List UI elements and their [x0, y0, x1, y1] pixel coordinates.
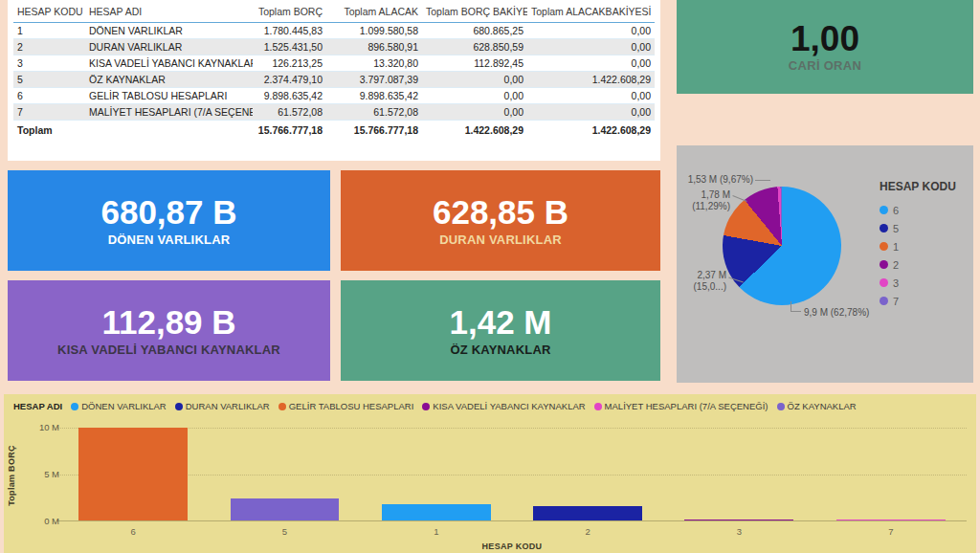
table-row[interactable]: 5ÖZ KAYNAKLAR2.374.479,103.797.087,390,0… [13, 72, 655, 88]
kpi-card-kisa-vadeli[interactable]: 112,89 B KISA VADELİ YABANCI KAYNAKLAR [8, 280, 330, 381]
column-header[interactable]: HESAP ADI [85, 2, 253, 23]
bar-slot [512, 428, 663, 520]
legend-label: DÖNEN VARLIKLAR [81, 401, 167, 411]
legend-label: 2 [893, 259, 899, 271]
legend-label: 6 [893, 205, 899, 216]
table-cell: 1.780.445,83 [253, 23, 326, 39]
bar-legend-item[interactable]: DURAN VARLIKLAR [175, 401, 270, 411]
legend-color-dot [880, 242, 888, 251]
pie-legend-item[interactable]: 3 [880, 274, 956, 292]
table-cell: 1 [13, 23, 85, 39]
kpi-label: KISA VADELİ YABANCI KAYNAKLAR [57, 343, 280, 357]
kpi-value: 112,89 B [101, 305, 235, 339]
legend-color-dot [880, 206, 888, 214]
pie-legend-title: HESAP KODU [880, 180, 956, 193]
total-value: 15.766.777,18 [326, 121, 422, 139]
table-cell: 61.572,08 [253, 104, 326, 121]
pie-legend-item[interactable]: 5 [880, 219, 956, 237]
table-header-row: HESAP KODUHESAP ADIToplam BORÇToplam ALA… [13, 2, 655, 23]
x-tick-label: 6 [57, 526, 209, 537]
cari-oran-label: CARİ ORAN [789, 58, 861, 73]
table-row[interactable]: 1DÖNEN VARLIKLAR1.780.445,831.099.580,58… [13, 23, 655, 39]
pie-chart[interactable] [723, 187, 841, 305]
table-cell: 112.892,45 [422, 55, 527, 72]
table-cell: GELİR TABLOSU HESAPLARI [85, 88, 253, 104]
legend-color-dot [422, 403, 430, 410]
pie-legend-item[interactable]: 1 [880, 237, 956, 255]
table-cell: 2.374.479,10 [253, 72, 326, 88]
legend-label: KISA VADELİ YABANCI KAYNAKLAR [433, 401, 585, 411]
table-cell: 2 [13, 39, 85, 55]
legend-color-dot [278, 403, 286, 410]
bar-hesap-kodu-5[interactable] [231, 498, 340, 520]
bar-slot [209, 428, 360, 520]
legend-label: 7 [893, 296, 899, 307]
table-row[interactable]: 3KISA VADELİ YABANCI KAYNAKLAR126.213,25… [13, 55, 655, 72]
kpi-card-oz-kaynaklar[interactable]: 1,42 M ÖZ KAYNAKLAR [341, 280, 660, 381]
kpi-card-donen-varliklar[interactable]: 680,87 B DÖNEN VARLIKLAR [8, 170, 330, 271]
table-cell: 0,00 [527, 23, 655, 39]
bar-legend-title: HESAP ADI [13, 401, 62, 411]
y-axis-title: Toplam BORÇ [6, 432, 17, 519]
bar-hesap-kodu-6[interactable] [78, 428, 188, 520]
table-cell: DÖNEN VARLIKLAR [85, 23, 253, 39]
x-axis-title: HESAP KODU [57, 542, 967, 551]
pie-label-code-2: 1,53 M (9,67%) [680, 174, 753, 186]
bar-hesap-kodu-2[interactable] [533, 506, 642, 520]
cari-oran-card[interactable]: 1,00 CARİ ORAN [677, 0, 973, 94]
table-cell: 0,00 [422, 72, 527, 88]
bar-legend-item[interactable]: KISA VADELİ YABANCI KAYNAKLAR [422, 401, 585, 411]
legend-color-dot [175, 403, 183, 410]
table-cell: ÖZ KAYNAKLAR [85, 72, 253, 88]
table-cell: 0,00 [422, 104, 527, 121]
x-tick-label: 1 [361, 526, 512, 537]
legend-label: 3 [893, 277, 899, 289]
total-value: 1.422.608,29 [422, 121, 527, 139]
x-tick-label: 2 [512, 526, 663, 537]
table-cell: 5 [13, 72, 85, 88]
kpi-value: 628,85 B [433, 195, 568, 229]
table-row[interactable]: 7MALİYET HESAPLARI (7/A SEÇENEĞİ)61.572,… [13, 104, 655, 121]
table-cell: 6 [13, 88, 85, 104]
bar-chart-panel: HESAP ADI DÖNEN VARLIKLARDURAN VARLIKLAR… [4, 394, 976, 553]
table-cell: 0,00 [527, 104, 655, 121]
column-header[interactable]: Toplam ALACAK [326, 2, 422, 23]
legend-color-dot [880, 224, 888, 232]
bar-legend: HESAP ADI DÖNEN VARLIKLARDURAN VARLIKLAR… [13, 401, 857, 411]
bar-slot [361, 428, 512, 520]
column-header[interactable]: Toplam BORÇ BAKİYESİ [422, 2, 527, 23]
column-header[interactable]: Toplam BORÇ [253, 2, 326, 23]
kpi-label: ÖZ KAYNAKLAR [450, 343, 550, 357]
table-row[interactable]: 2DURAN VARLIKLAR1.525.431,50896.580,9162… [13, 39, 655, 55]
bar-hesap-kodu-3[interactable] [684, 520, 793, 521]
bar-legend-item[interactable]: DÖNEN VARLIKLAR [71, 401, 167, 411]
table-cell: 1.525.431,50 [253, 39, 326, 55]
kpi-label: DURAN VARLIKLAR [439, 232, 562, 247]
table-cell: 3 [13, 55, 85, 72]
legend-color-dot [594, 403, 602, 410]
bar-legend-item[interactable]: MALİYET HESAPLARI (7/A SEÇENEĞİ) [594, 401, 768, 411]
bar-legend-item[interactable]: GELİR TABLOSU HESAPLARI [278, 401, 414, 411]
pie-leader-line [791, 301, 801, 312]
table-cell: 1.422.608,29 [527, 72, 655, 88]
column-header[interactable]: HESAP KODU [13, 2, 85, 23]
pie-legend-item[interactable]: 7 [880, 292, 956, 310]
bar-hesap-kodu-1[interactable] [382, 504, 491, 520]
pie-legend-item[interactable]: 6 [880, 201, 956, 219]
pie-label-code-6: 9,9 M (62,78%) [804, 307, 869, 319]
kpi-card-duran-varliklar[interactable]: 628,85 B DURAN VARLIKLAR [341, 170, 660, 271]
column-header[interactable]: Toplam ALACAKBAKİYESİ [527, 2, 655, 23]
bar-legend-item[interactable]: ÖZ KAYNAKLAR [777, 401, 857, 411]
pie-legend-item[interactable]: 2 [880, 255, 956, 274]
table-row[interactable]: 6GELİR TABLOSU HESAPLARI9.898.635,429.89… [13, 88, 655, 104]
table-cell: 680.865,25 [422, 23, 527, 39]
table-cell: 1.099.580,58 [326, 23, 422, 39]
kpi-value: 680,87 B [100, 195, 236, 229]
bar-slot [57, 428, 209, 520]
x-tick-label: 3 [663, 526, 814, 537]
legend-label: MALİYET HESAPLARI (7/A SEÇENEĞİ) [605, 401, 768, 411]
table-cell: 0,00 [527, 55, 655, 72]
pie-chart-panel: 1,53 M (9,67%) 1,78 M (11,29%) 2,37 M (1… [677, 145, 973, 383]
bar-hesap-kodu-7[interactable] [836, 520, 946, 521]
pie-label-code-5: 2,37 M (15,0...) [679, 270, 726, 293]
